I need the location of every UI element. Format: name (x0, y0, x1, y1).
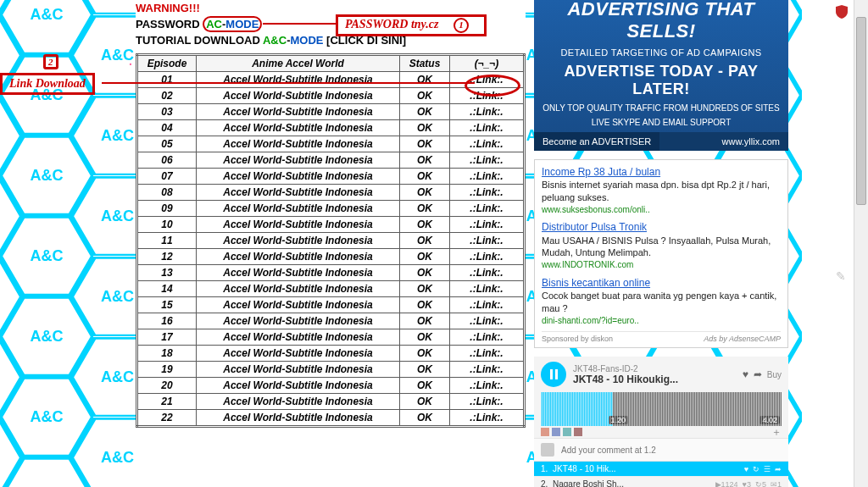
player-artist[interactable]: JKT48-Fans-ID-2 (573, 364, 736, 374)
comment-avatars-strip: ＋ (541, 428, 782, 438)
cell-link[interactable]: .:Link:. (450, 120, 525, 136)
cell-link[interactable]: .:Link:. (450, 104, 525, 120)
waveform[interactable]: 1.20 4.02 (541, 392, 782, 426)
cell-status: OK (400, 313, 450, 329)
cell-episode: 21 (137, 394, 197, 410)
cell-title: Accel World-Subtitle Indonesia (197, 410, 400, 427)
cell-title: Accel World-Subtitle Indonesia (197, 72, 400, 88)
cell-title: Accel World-Subtitle Indonesia (197, 104, 400, 120)
cell-status: OK (400, 362, 450, 378)
ad-url: www.yllix.com (714, 132, 788, 151)
cell-title: Accel World-Subtitle Indonesia (197, 281, 400, 297)
text-ad-url[interactable]: www.INDOTRONIK.com (542, 259, 781, 271)
cell-status: OK (400, 104, 450, 120)
cell-link[interactable]: .:Link:. (450, 233, 525, 249)
mode-text: MODE (225, 18, 259, 30)
ad-line2: ADVERTISE TODAY - PAY LATER! (534, 61, 788, 103)
table-row: 20Accel World-Subtitle IndonesiaOK.:Link… (137, 378, 525, 394)
text-ad-title[interactable]: Distributor Pulsa Tronik (542, 220, 781, 234)
cell-link[interactable]: .:Link:. (450, 297, 525, 313)
row-add-icon[interactable]: ☰ (764, 465, 771, 473)
table-row: 12Accel World-Subtitle IndonesiaOK.:Link… (137, 249, 525, 265)
cell-link[interactable]: .:Link:. (450, 378, 525, 394)
share-icon[interactable]: ➦ (754, 368, 762, 380)
comment-input[interactable] (559, 445, 782, 456)
row-comments: ✉1 (771, 480, 782, 487)
row-rt-icon[interactable]: ↻ (753, 465, 760, 473)
table-row: 06Accel World-Subtitle IndonesiaOK.:Link… (137, 152, 525, 169)
text-ad-title[interactable]: Income Rp 38 Juta / bulan (542, 165, 781, 179)
playlist-row[interactable]: 1.JKT48 - 10 Hik...♥↻☰➦ (534, 462, 788, 477)
cell-link[interactable]: .:Link:. (450, 313, 525, 329)
ad-line4: LIVE SKYPE AND EMAIL SUPPORT (534, 118, 788, 132)
cell-link[interactable]: .:Link:. (450, 185, 525, 201)
adblock-shield-icon[interactable] (836, 5, 848, 19)
ad-line3: ONLY TOP QUALITY TRAFFIC FROM HUNDREDS O… (534, 103, 788, 118)
cell-link[interactable]: .:Link:. (450, 410, 525, 427)
cell-episode: 02 (137, 88, 197, 104)
row-title: JKT48 - 10 Hik... (553, 464, 744, 473)
text-ad-url[interactable]: dini-shanti.com/?id=euro.. (542, 315, 781, 327)
add-comment-icon[interactable]: ＋ (771, 428, 782, 438)
cell-episode: 01 (137, 72, 197, 88)
row-likes: ♥3 (743, 480, 751, 487)
cell-link[interactable]: .:Link:. (450, 394, 525, 410)
annotation-connector-2 (102, 82, 475, 84)
time-mark-current: 1.20 (609, 416, 629, 424)
cell-status: OK (400, 169, 450, 185)
user-avatar (541, 443, 554, 457)
playlist-row[interactable]: 2.Nagare Boshi Sh...▶1124♥3↻5✉1 (534, 477, 788, 487)
ac-text: AC (206, 18, 222, 30)
ads-settings-icon[interactable]: ✎ (836, 269, 846, 283)
player-track-title[interactable]: JKT48 - 10 Hikoukig... (573, 374, 736, 385)
ad-cta-button[interactable]: Become an ADVERTISER (534, 132, 659, 151)
cell-link[interactable]: .:Link:. (450, 329, 525, 346)
text-ad-title[interactable]: Bisnis kecantikan online (542, 276, 781, 290)
cell-status: OK (400, 233, 450, 249)
row-share-icon[interactable]: ➦ (775, 465, 782, 473)
row-index: 1. (541, 464, 553, 473)
main-content: WARNING!!! PASSWORD AC-MODE PASSWORD tny… (136, 0, 526, 487)
cell-link[interactable]: .:Link:. (450, 217, 525, 233)
cell-link[interactable]: .:Link:. (450, 201, 525, 217)
annotation-connector-1 (263, 23, 336, 25)
table-row: 18Accel World-Subtitle IndonesiaOK.:Link… (137, 346, 525, 362)
like-icon[interactable]: ♥ (743, 368, 748, 380)
cell-link[interactable]: .:Link:. (450, 136, 525, 152)
cell-link[interactable]: .:Link:. (450, 362, 525, 378)
cell-episode: 08 (137, 185, 197, 201)
ads-by[interactable]: Ads by AdsenseCAMP (704, 334, 781, 344)
table-row: 10Accel World-Subtitle IndonesiaOK.:Link… (137, 217, 525, 233)
sponsored-by[interactable]: Sponsored by diskon (542, 334, 613, 344)
page-scrollbar[interactable] (854, 0, 868, 487)
table-row: 19Accel World-Subtitle IndonesiaOK.:Link… (137, 362, 525, 378)
text-ad-url[interactable]: www.suksesbonus.com/onli.. (542, 204, 781, 216)
cell-episode: 10 (137, 217, 197, 233)
row-title: Nagare Boshi Sh... (553, 479, 715, 487)
buy-link[interactable]: Buy (767, 370, 782, 379)
cell-link[interactable]: .:Link:. (450, 169, 525, 185)
row-like-icon[interactable]: ♥ (744, 465, 748, 473)
annotation-link-download: Link Download (0, 73, 95, 95)
table-row: 14Accel World-Subtitle IndonesiaOK.:Link… (137, 281, 525, 297)
scrollbar-thumb[interactable] (856, 17, 866, 205)
cell-episode: 16 (137, 313, 197, 329)
cell-title: Accel World-Subtitle Indonesia (197, 249, 400, 265)
cell-title: Accel World-Subtitle Indonesia (197, 265, 400, 281)
cell-link[interactable]: .:Link:. (450, 265, 525, 281)
cell-status: OK (400, 152, 450, 169)
cell-status: OK (400, 329, 450, 346)
cell-link[interactable]: .:Link:. (450, 249, 525, 265)
text-ad-desc: Mau USAHA / BISNIS Pulsa ? Insyaallah, P… (542, 235, 771, 258)
cell-link[interactable]: .:Link:. (450, 281, 525, 297)
cell-status: OK (400, 136, 450, 152)
play-pause-button[interactable] (541, 362, 566, 387)
cell-link[interactable]: .:Link:. (450, 346, 525, 362)
cell-episode: 20 (137, 378, 197, 394)
table-row: 07Accel World-Subtitle IndonesiaOK.:Link… (137, 169, 525, 185)
cell-episode: 22 (137, 410, 197, 427)
table-row: 22Accel World-Subtitle IndonesiaOK.:Link… (137, 410, 525, 427)
cell-title: Accel World-Subtitle Indonesia (197, 378, 400, 394)
cell-link[interactable]: .:Link:. (450, 152, 525, 169)
ad-banner[interactable]: ADVERTISING THAT SELLS! DETAILED TARGETI… (534, 0, 788, 151)
